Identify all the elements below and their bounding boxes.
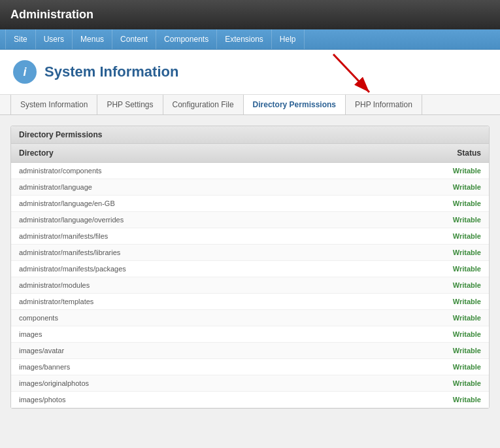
directory-cell: administrator/language/overrides: [11, 212, 363, 228]
status-cell: Writable: [363, 375, 489, 392]
table-row: administrator/manifests/librariesWritabl…: [11, 245, 489, 261]
status-cell: Writable: [363, 245, 489, 261]
table-row: administrator/manifests/filesWritable: [11, 228, 489, 245]
table-row: administrator/language/en-GBWritable: [11, 196, 489, 212]
directory-cell: administrator/templates: [11, 294, 363, 310]
section-title: Directory Permissions: [11, 126, 489, 144]
directory-cell: administrator/modules: [11, 277, 363, 294]
tabs-bar: System Information PHP Settings Configur…: [0, 95, 500, 115]
directory-cell: components: [11, 310, 363, 326]
directory-cell: images/banners: [11, 359, 363, 375]
directory-cell: administrator/manifests/packages: [11, 261, 363, 277]
table-row: administrator/language/overridesWritable: [11, 212, 489, 228]
top-nav: Site Users Menus Content Components Exte…: [0, 29, 500, 50]
table-row: administrator/templatesWritable: [11, 294, 489, 310]
nav-components[interactable]: Components: [156, 29, 217, 49]
directory-cell: images/originalphotos: [11, 375, 363, 392]
nav-menus[interactable]: Menus: [73, 29, 112, 49]
table-row: administrator/manifests/packagesWritable: [11, 261, 489, 277]
tab-system-information[interactable]: System Information: [10, 95, 97, 114]
status-cell: Writable: [363, 179, 489, 196]
status-cell: Writable: [363, 228, 489, 245]
status-cell: Writable: [363, 261, 489, 277]
tabs-container: System Information PHP Settings Configur…: [0, 95, 500, 115]
directory-permissions-box: Directory Permissions Directory Status a…: [10, 126, 490, 409]
col-directory: Directory: [11, 144, 363, 163]
main-content: Directory Permissions Directory Status a…: [0, 115, 500, 419]
status-cell: Writable: [363, 212, 489, 228]
status-cell: Writable: [363, 392, 489, 408]
directory-cell: administrator/manifests/files: [11, 228, 363, 245]
table-row: images/avatarWritable: [11, 343, 489, 359]
table-row: images/photosWritable: [11, 392, 489, 408]
nav-site[interactable]: Site: [5, 29, 36, 49]
table-row: images/bannersWritable: [11, 359, 489, 375]
admin-header: Administration: [0, 0, 500, 29]
directory-cell: administrator/language: [11, 179, 363, 196]
status-cell: Writable: [363, 359, 489, 375]
nav-users[interactable]: Users: [36, 29, 73, 49]
tab-configuration-file[interactable]: Configuration File: [163, 95, 243, 114]
page-header: i System Information: [0, 50, 500, 95]
nav-extensions[interactable]: Extensions: [217, 29, 272, 49]
nav-help[interactable]: Help: [272, 29, 305, 49]
admin-title: Administration: [10, 8, 93, 21]
directory-cell: administrator/manifests/libraries: [11, 245, 363, 261]
directory-cell: images: [11, 326, 363, 343]
directory-cell: images/avatar: [11, 343, 363, 359]
status-cell: Writable: [363, 294, 489, 310]
table-row: administrator/languageWritable: [11, 179, 489, 196]
info-icon: i: [13, 60, 37, 84]
status-cell: Writable: [363, 310, 489, 326]
tab-directory-permissions[interactable]: Directory Permissions: [243, 95, 345, 114]
table-row: administrator/componentsWritable: [11, 163, 489, 179]
tab-php-information[interactable]: PHP Information: [345, 95, 422, 114]
status-cell: Writable: [363, 163, 489, 179]
page-title: System Information: [44, 63, 178, 80]
table-row: images/originalphotosWritable: [11, 375, 489, 392]
directory-cell: images/photos: [11, 392, 363, 408]
status-cell: Writable: [363, 343, 489, 359]
tab-php-settings[interactable]: PHP Settings: [97, 95, 162, 114]
directory-table: Directory Status administrator/component…: [11, 144, 489, 408]
table-row: administrator/modulesWritable: [11, 277, 489, 294]
col-status: Status: [363, 144, 489, 163]
table-row: componentsWritable: [11, 310, 489, 326]
table-row: imagesWritable: [11, 326, 489, 343]
nav-content[interactable]: Content: [112, 29, 156, 49]
status-cell: Writable: [363, 326, 489, 343]
status-cell: Writable: [363, 196, 489, 212]
directory-cell: administrator/language/en-GB: [11, 196, 363, 212]
status-cell: Writable: [363, 277, 489, 294]
directory-cell: administrator/components: [11, 163, 363, 179]
